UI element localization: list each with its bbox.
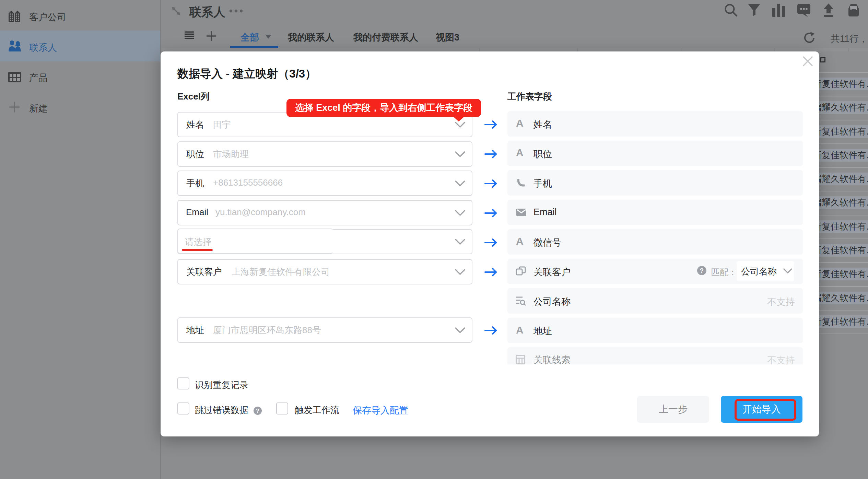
svg-text:?: ? bbox=[256, 408, 259, 414]
svg-text:?: ? bbox=[700, 267, 704, 274]
